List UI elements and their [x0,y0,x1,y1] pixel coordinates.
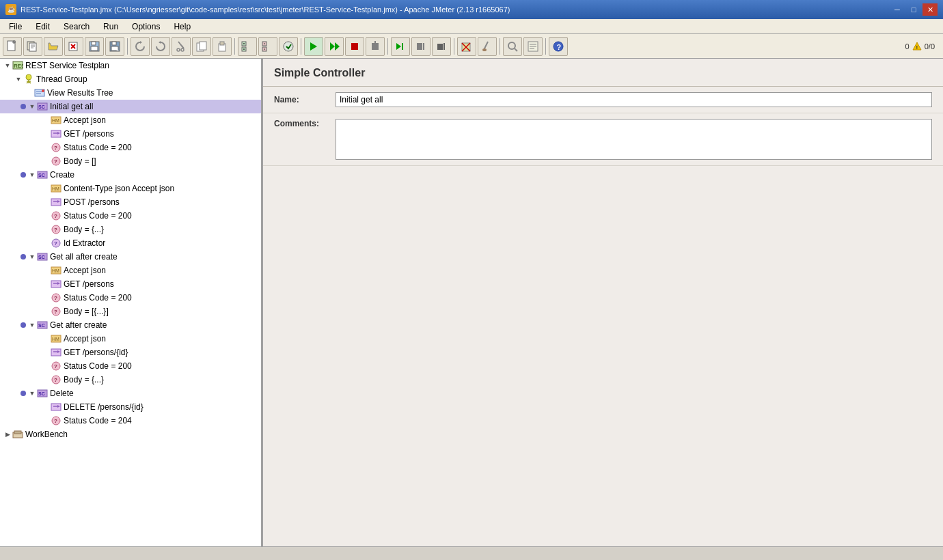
stop-button[interactable] [345,37,364,56]
new-button[interactable] [3,37,22,56]
menu-file[interactable]: File [3,20,28,33]
close-plan-button[interactable] [64,37,83,56]
menu-bar: File Edit Search Run Options Help [0,19,943,34]
assertion-icon-3: ? [51,210,62,221]
save-as-icon: + [109,40,121,53]
tree-node-content-type[interactable]: ▶ HM Content-Type json Accept json [0,182,261,195]
clear-all-button[interactable] [478,37,497,56]
templates-button[interactable] [23,37,42,56]
tree-node-delete[interactable]: ▼ SC Delete [0,387,261,400]
tree-node-status-1[interactable]: ▶ ? Status Code = 200 [0,141,261,154]
tree-node-get-all-after-create[interactable]: ▼ SC Get all after create [0,250,261,264]
copy-icon [195,40,208,53]
minimize-button[interactable]: ─ [890,3,905,16]
tree-node-body-4[interactable]: ▶ ? Body = {...} [0,373,261,387]
save-icon [88,40,100,53]
save-as-button[interactable]: + [105,37,124,56]
open-button[interactable] [44,37,63,56]
start-button[interactable] [304,37,323,56]
toggle-workbench[interactable]: ▶ [3,430,12,439]
clear-icon [461,40,473,53]
tree-node-post-persons[interactable]: ▶ POST /persons [0,195,261,209]
browse-button[interactable] [503,37,522,56]
svg-text:SC: SC [38,255,45,260]
toggle-rest-service[interactable]: ▼ [3,61,12,70]
tree-node-initial-get-all[interactable]: ▼ SC Initial get all [0,100,261,113]
remote-start-button[interactable] [391,37,410,56]
comments-row: Comments: [263,113,943,166]
clear-button[interactable] [457,37,476,56]
tree-node-view-results[interactable]: ▶ View Results Tree [0,86,261,100]
assertion-icon-6: ? [51,306,62,317]
svg-rect-23 [200,42,206,50]
toggle-get-after-create[interactable]: ▼ [27,320,37,330]
shutdown-button[interactable] [366,37,385,56]
svg-point-54 [508,42,515,49]
tree-node-body-3[interactable]: ▶ ? Body = [{...}] [0,305,261,318]
svg-point-74 [42,89,44,92]
revert-button[interactable] [131,37,150,56]
workbench-label: WorkBench [25,430,68,439]
log-button[interactable] [523,37,543,56]
tree-node-get-persons-1[interactable]: ▶ GET /persons [0,127,261,141]
tree-node-get-after-create[interactable]: ▼ SC Get after create [0,318,261,332]
tree-node-status-2[interactable]: ▶ ? Status Code = 200 [0,209,261,223]
toggle-create[interactable]: ▼ [27,170,37,180]
separator-7 [545,38,546,55]
maximize-button[interactable]: □ [906,3,921,16]
save-button[interactable] [85,37,104,56]
tree-node-body-1[interactable]: ▶ ? Body = [] [0,154,261,168]
tree-node-get-persons-id[interactable]: ▶ GET /persons/{id} [0,346,261,359]
tree-node-body-2[interactable]: ▶ ? Body = {...} [0,223,261,236]
menu-help[interactable]: Help [167,20,197,33]
tree-node-accept-json-2[interactable]: ▶ HM Accept json [0,264,261,277]
start-no-pause-button[interactable] [325,37,344,56]
remote-stop-button[interactable] [411,37,430,56]
stop-icon [348,40,361,53]
body-4-label: Body = {...} [64,375,104,384]
tree-node-status-5[interactable]: ▶ ? Status Code = 204 [0,414,261,428]
toggle-initial-get-all[interactable]: ▼ [27,102,37,111]
tree-node-accept-json-3[interactable]: ▶ HM Accept json [0,332,261,346]
tree-node-id-extractor[interactable]: ▶ ? Id Extractor [0,236,261,250]
tree-node-rest-service[interactable]: ▼ REST REST Service Testplan [0,59,261,72]
svg-text:HM: HM [52,268,59,273]
tree-node-thread-group[interactable]: ▼ Thread Group [0,72,261,86]
menu-run[interactable]: Run [97,20,124,33]
tree-node-status-3[interactable]: ▶ ? Status Code = 200 [0,291,261,305]
tree-node-get-persons-2[interactable]: ▶ GET /persons [0,277,261,291]
accept-json-2-label: Accept json [64,266,106,275]
tree-node-accept-json-1[interactable]: ▶ HM Accept json [0,113,261,127]
paste-button[interactable] [213,37,232,56]
comments-input[interactable] [336,119,932,160]
toggle-thread-group[interactable]: ▼ [14,74,23,84]
copy-button[interactable] [192,37,211,56]
menu-edit[interactable]: Edit [29,20,56,33]
tree-node-delete-persons-id[interactable]: ▶ DELETE /persons/{id} [0,400,261,414]
collapse-button[interactable] [258,37,277,56]
name-input[interactable] [336,92,932,107]
toggle-button[interactable] [279,37,298,56]
view-results-icon [34,87,45,98]
tree-node-workbench[interactable]: ▶ WorkBench [0,428,261,441]
window-title: REST-Service-Testplan.jmx (C:\Users\ngri… [20,5,510,14]
tree-node-create[interactable]: ▼ SC Create [0,168,261,182]
svg-rect-40 [351,43,358,50]
expand-button[interactable] [238,37,257,56]
close-button[interactable]: ✕ [922,3,938,16]
svg-text:?: ? [54,158,57,165]
tree-node-status-4[interactable]: ▶ ? Status Code = 200 [0,359,261,373]
toggle-delete[interactable]: ▼ [27,389,37,398]
menu-search[interactable]: Search [57,20,96,33]
remote-shutdown-button[interactable] [432,37,451,56]
status-4-label: Status Code = 200 [64,361,132,371]
assertion-icon-4: ? [51,224,62,235]
svg-point-53 [482,48,487,51]
get-persons-1-label: GET /persons [64,129,114,139]
svg-rect-25 [220,42,224,45]
menu-options[interactable]: Options [126,20,166,33]
redo-button[interactable] [151,37,170,56]
toggle-get-all-after-create[interactable]: ▼ [27,252,37,262]
help-toolbar-button[interactable]: ? [549,37,568,56]
cut-button[interactable] [172,37,191,56]
